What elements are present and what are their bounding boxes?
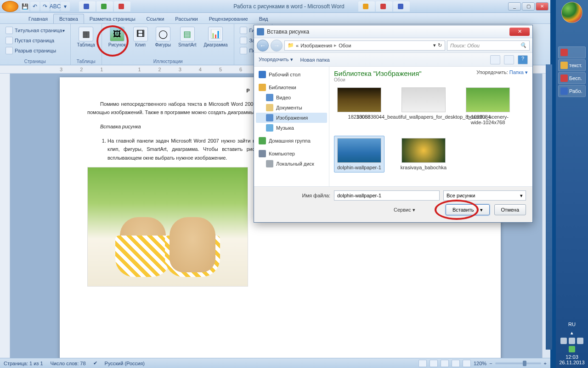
tab-insert[interactable]: Вставка — [53, 14, 84, 23]
file-type-filter[interactable]: Все рисунки▾ — [443, 190, 526, 201]
tree-local-disk[interactable]: Локальный диск — [256, 159, 327, 169]
tree-desktop[interactable]: Рабочий стол — [256, 69, 327, 80]
cancel-button[interactable]: Отмена — [494, 204, 526, 215]
sb-zoom[interactable]: 120% — [474, 361, 486, 366]
insert-split-icon[interactable]: ▾ — [477, 207, 483, 213]
bg-tab[interactable] — [358, 1, 375, 12]
tab-review[interactable]: Рецензирование — [204, 14, 254, 23]
maximize-button[interactable]: ▢ — [522, 2, 535, 11]
tab-page-layout[interactable]: Разметка страницы — [84, 14, 141, 23]
sb-language[interactable]: Русский (Россия) — [105, 361, 145, 366]
addr-dropdown-icon[interactable]: ▾ — [433, 42, 436, 48]
sb-page[interactable]: Страница: 1 из 1 — [4, 361, 43, 366]
cover-page-button[interactable]: Титульная страница ▾ — [4, 26, 67, 35]
tray-expand-icon[interactable]: ▴ — [559, 330, 584, 336]
clock-date[interactable]: 26.11.2013 — [559, 360, 584, 365]
word-right-scrollbar-area[interactable] — [546, 64, 552, 350]
file-pane[interactable]: Библиотека "Изображения" Обои Упорядочит… — [329, 67, 532, 186]
qat-undo[interactable]: ↶ — [30, 2, 40, 11]
bg-tab[interactable] — [79, 1, 96, 12]
crumb[interactable]: Обои — [339, 43, 351, 48]
crumb[interactable]: Изображения — [300, 43, 332, 48]
file-thumb-selected[interactable]: dolphin-wallpaper-1 — [334, 136, 384, 172]
view-mode-button[interactable] — [490, 55, 500, 64]
chart-button[interactable]: 📊 Диаграмма — [201, 26, 230, 48]
tree-computer[interactable]: Компьютер — [256, 149, 327, 159]
zoom-out[interactable]: − — [489, 361, 492, 366]
bg-tab[interactable] — [393, 1, 410, 12]
tools-dropdown[interactable]: Сервис ▾ — [260, 207, 415, 213]
preview-pane-button[interactable] — [504, 55, 514, 64]
page-break-button[interactable]: Разрыв страницы — [4, 46, 67, 55]
dialog-close-button[interactable]: ✕ — [509, 28, 530, 36]
taskbar-app-yandex[interactable] — [558, 46, 586, 58]
inserted-image[interactable] — [87, 167, 248, 287]
dialog-titlebar[interactable]: Вставка рисунка ✕ — [254, 25, 532, 38]
qat-save[interactable]: 💾 — [20, 2, 29, 11]
start-button[interactable] — [561, 2, 582, 23]
file-thumb[interactable]: beautiful_scenery-wide-1024x768 — [463, 85, 513, 127]
insert-button[interactable]: Вставить▾ — [446, 204, 490, 215]
taskbar-app-word[interactable]: Рабо. — [558, 85, 586, 97]
view-print-layout[interactable] — [418, 360, 427, 367]
tab-references[interactable]: Ссылки — [141, 14, 170, 23]
view-web[interactable] — [441, 360, 449, 367]
crumb[interactable]: « — [296, 43, 299, 48]
picture-button[interactable]: 🖼 Рисунок — [106, 26, 129, 48]
file-thumb[interactable]: 18230058 — [334, 85, 384, 127]
file-thumb[interactable]: 1308838044_beautiful_wallpapers_for_desk… — [398, 85, 449, 127]
tray-icon[interactable] — [560, 338, 567, 344]
close-button[interactable]: ✕ — [536, 2, 548, 11]
sb-proof-icon[interactable]: ✔ — [93, 360, 97, 366]
qat-spell[interactable]: ABC — [51, 2, 60, 11]
view-draft[interactable] — [463, 360, 471, 367]
bg-tab[interactable] — [376, 1, 392, 12]
office-button[interactable] — [2, 1, 18, 12]
language-indicator[interactable]: RU — [559, 322, 584, 327]
ruler-vertical[interactable] — [0, 74, 10, 358]
table-button[interactable]: ▦ Таблица — [74, 26, 98, 48]
bg-tab[interactable] — [96, 1, 113, 12]
smartart-button[interactable]: ▤ SmartArt — [175, 26, 199, 48]
tab-view[interactable]: Вид — [254, 14, 274, 23]
tab-home[interactable]: Главная — [23, 14, 53, 23]
refresh-icon[interactable]: ↻ — [438, 42, 442, 48]
tray-network-icon[interactable] — [577, 338, 583, 344]
blank-page-button[interactable]: Пустая страница — [4, 36, 67, 45]
arrange-dropdown[interactable]: Папка ▾ — [509, 69, 528, 75]
zoom-slider[interactable] — [495, 362, 541, 364]
tree-pictures[interactable]: Изображения — [256, 113, 327, 123]
clip-button[interactable]: 🎞 Клип — [130, 26, 151, 48]
search-box[interactable]: Поиск: Обои 🔍 — [447, 40, 530, 51]
zoom-in[interactable]: + — [544, 361, 547, 366]
taskbar-app-folder[interactable]: текст. — [558, 59, 586, 71]
qat-more[interactable]: ▾ — [61, 2, 70, 11]
file-thumb[interactable]: krasivaya_babochka — [398, 136, 449, 172]
tree-homegroup[interactable]: Домашняя группа — [256, 136, 327, 146]
clock-time[interactable]: 12:03 — [559, 354, 584, 360]
tree-videos[interactable]: Видео — [256, 92, 327, 103]
sb-words[interactable]: Число слов: 78 — [51, 361, 86, 366]
organize-button[interactable]: Упорядочить ▾ — [259, 57, 293, 63]
nav-back-button[interactable]: ← — [257, 40, 269, 52]
taskbar[interactable]: текст. Бесп. Рабо. RU ▴ 12:03 26.11.2013 — [556, 0, 588, 368]
address-bar[interactable]: 📁 « Изображения ▸ Обои ▾ ↻ — [284, 40, 445, 51]
taskbar-app-browser[interactable]: Бесп. — [558, 72, 586, 84]
shapes-button[interactable]: ◯ Фигуры — [153, 26, 174, 48]
view-outline[interactable] — [452, 360, 460, 367]
bg-tab[interactable] — [114, 1, 130, 12]
tab-mailings[interactable]: Рассылки — [170, 14, 203, 23]
tree-documents[interactable]: Документы — [256, 103, 327, 113]
tree-music[interactable]: Музыка — [256, 123, 327, 133]
tray-volume-icon[interactable] — [569, 338, 575, 344]
minimize-button[interactable]: _ — [508, 2, 521, 11]
folder-tree[interactable]: Рабочий стол Библиотеки Видео Документы … — [254, 67, 329, 186]
nav-forward-button[interactable]: → — [271, 40, 283, 52]
new-folder-button[interactable]: Новая папка — [300, 57, 330, 63]
tray-icon[interactable] — [569, 346, 575, 352]
qat-redo[interactable]: ↷ — [40, 2, 50, 11]
help-icon[interactable]: ? — [518, 55, 528, 64]
tree-libraries[interactable]: Библиотеки — [256, 82, 327, 92]
view-full-screen[interactable] — [430, 360, 438, 367]
filename-input[interactable] — [334, 190, 440, 201]
